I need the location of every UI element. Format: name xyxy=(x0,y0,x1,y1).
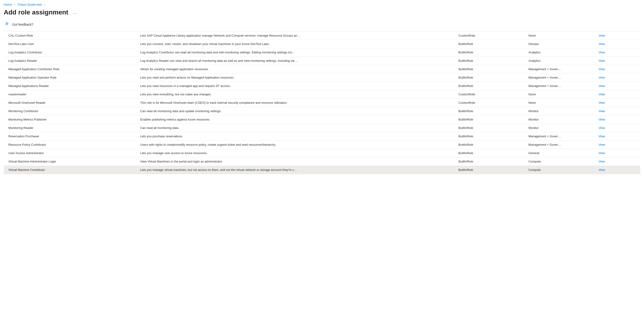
role-name: DevTest Labs User xyxy=(8,42,134,46)
view-link[interactable]: View xyxy=(598,101,605,104)
role-name: Resource Policy Contributor xyxy=(8,143,134,146)
view-link[interactable]: View xyxy=(598,50,605,54)
role-name: Virtual Machine Contributor xyxy=(8,168,134,172)
view-link[interactable]: View xyxy=(598,160,605,163)
role-type: BuiltInRole xyxy=(456,65,526,74)
role-type: BuiltInRole xyxy=(456,149,526,157)
role-description: Lets you manage user access to Azure res… xyxy=(140,151,453,155)
role-type: CustomRole xyxy=(456,98,526,107)
table-row[interactable]: Monitoring Metrics PublisherEnables publ… xyxy=(4,116,640,124)
table-row[interactable]: User Access AdministratorLets you manage… xyxy=(4,149,640,157)
role-name: Reservation Purchaser xyxy=(8,134,134,138)
role-name: Microsoft OneAsset Reader xyxy=(8,101,134,104)
role-type: BuiltInRole xyxy=(456,57,526,65)
role-description: This role is for Microsoft OneAsset team… xyxy=(140,101,453,104)
title-row: Add role assignment … xyxy=(4,8,640,21)
breadcrumb-home[interactable]: Home xyxy=(4,3,12,6)
role-name: masterreader xyxy=(8,92,134,96)
view-link[interactable]: View xyxy=(598,126,605,130)
role-category: General xyxy=(528,151,593,155)
view-link[interactable]: View xyxy=(598,59,605,62)
view-link[interactable]: View xyxy=(598,118,605,121)
role-description: Can read all monitoring data and update … xyxy=(140,109,453,113)
role-category: Compute xyxy=(528,160,593,163)
role-name: Managed Application Operator Role xyxy=(8,76,134,79)
table-row[interactable]: Monitoring ContributorCan read all monit… xyxy=(4,107,640,116)
role-name: Log Analytics Contributor xyxy=(8,50,134,54)
role-category: Monitor xyxy=(528,126,593,130)
table-row[interactable]: Microsoft OneAsset ReaderThis role is fo… xyxy=(4,98,640,107)
role-description: Lets you read resources in a managed app… xyxy=(140,84,453,88)
role-type: BuiltInRole xyxy=(456,107,526,116)
role-category: Management + Gover… xyxy=(528,76,593,79)
table-row[interactable]: Managed Applications ReaderLets you read… xyxy=(4,82,640,90)
role-category: Monitor xyxy=(528,109,593,113)
view-link[interactable]: View xyxy=(598,134,605,138)
table-row[interactable]: Log Analytics ReaderLog Analytics Reader… xyxy=(4,57,640,65)
view-link[interactable]: View xyxy=(598,151,605,155)
role-name: Monitoring Metrics Publisher xyxy=(8,118,134,121)
role-category: Management + Gover… xyxy=(528,143,593,146)
role-description: Lets SAP Cloud Appliance Library applica… xyxy=(140,34,453,37)
role-type: CustomRole xyxy=(456,90,526,98)
role-category: Management + Gover… xyxy=(528,84,593,88)
view-link[interactable]: View xyxy=(598,42,605,46)
view-link[interactable]: View xyxy=(598,34,605,37)
role-description: Lets you read and perform actions on Man… xyxy=(140,76,453,79)
role-type: BuiltInRole xyxy=(456,116,526,124)
role-description: Log Analytics Contributor can read all m… xyxy=(140,50,453,54)
svg-point-0 xyxy=(6,22,7,24)
role-description: Lets you purchase reservations xyxy=(140,134,453,138)
role-description: Users with rights to create/modify resou… xyxy=(140,143,453,146)
role-category: None xyxy=(528,92,593,96)
role-type: BuiltInRole xyxy=(456,74,526,82)
chevron-right-icon: › xyxy=(44,3,45,6)
feedback-link[interactable]: Got feedback? xyxy=(4,21,640,30)
role-name: Managed Application Contributor Role xyxy=(8,68,134,71)
table-row[interactable]: masterreaderLets you view everything, bu… xyxy=(4,90,640,98)
role-category: Devops xyxy=(528,42,593,46)
view-link[interactable]: View xyxy=(598,168,605,172)
view-link[interactable]: View xyxy=(598,76,605,79)
table-row[interactable]: Managed Application Contributor RoleAllo… xyxy=(4,65,640,74)
table-row[interactable]: Log Analytics ContributorLog Analytics C… xyxy=(4,48,640,57)
role-type: BuiltInRole xyxy=(456,132,526,140)
view-link[interactable]: View xyxy=(598,68,605,71)
role-description: Can read all monitoring data. xyxy=(140,126,453,130)
view-link[interactable]: View xyxy=(598,92,605,96)
role-type: CustomRole xyxy=(456,32,526,40)
role-name: Log Analytics Reader xyxy=(8,59,134,62)
breadcrumb-second[interactable]: Chaos-Studio-test xyxy=(18,3,42,6)
role-type: BuiltInRole xyxy=(456,124,526,132)
role-description: Lets you manage virtual machines, but no… xyxy=(140,168,453,172)
role-type: BuiltInRole xyxy=(456,48,526,57)
page-title: Add role assignment xyxy=(4,9,68,16)
role-name: Managed Applications Reader xyxy=(8,84,134,88)
role-description: Lets you view everything, but not make a… xyxy=(140,92,453,96)
role-category: Monitor xyxy=(528,118,593,121)
role-description: Allows for creating managed application … xyxy=(140,68,453,71)
table-row[interactable]: DevTest Labs UserLets you connect, start… xyxy=(4,40,640,48)
view-link[interactable]: View xyxy=(598,84,605,88)
role-type: BuiltInRole xyxy=(456,166,526,174)
more-actions-button[interactable]: … xyxy=(72,10,77,15)
breadcrumb: Home › Chaos-Studio-test › xyxy=(4,2,640,8)
role-category: Management + Gover… xyxy=(528,68,593,71)
role-name: Monitoring Reader xyxy=(8,126,134,130)
table-row[interactable]: Managed Application Operator RoleLets yo… xyxy=(4,74,640,82)
role-name: Monitoring Contributor xyxy=(8,109,134,113)
table-row[interactable]: Virtual Machine ContributorLets you mana… xyxy=(4,166,640,174)
role-category: Management + Gover… xyxy=(528,134,593,138)
table-row[interactable]: Reservation PurchaserLets you purchase r… xyxy=(4,132,640,140)
chevron-right-icon: › xyxy=(14,3,15,6)
role-category: Compute xyxy=(528,168,593,172)
role-type: BuiltInRole xyxy=(456,82,526,90)
table-row[interactable]: Virtual Machine Administrator LoginView … xyxy=(4,157,640,166)
role-type: BuiltInRole xyxy=(456,140,526,149)
view-link[interactable]: View xyxy=(598,143,605,146)
table-row[interactable]: Monitoring ReaderCan read all monitoring… xyxy=(4,124,640,132)
role-category: Analytics xyxy=(528,50,593,54)
table-row[interactable]: CAL-Custom-RoleLets SAP Cloud Appliance … xyxy=(4,32,640,40)
view-link[interactable]: View xyxy=(598,109,605,113)
table-row[interactable]: Resource Policy ContributorUsers with ri… xyxy=(4,140,640,149)
